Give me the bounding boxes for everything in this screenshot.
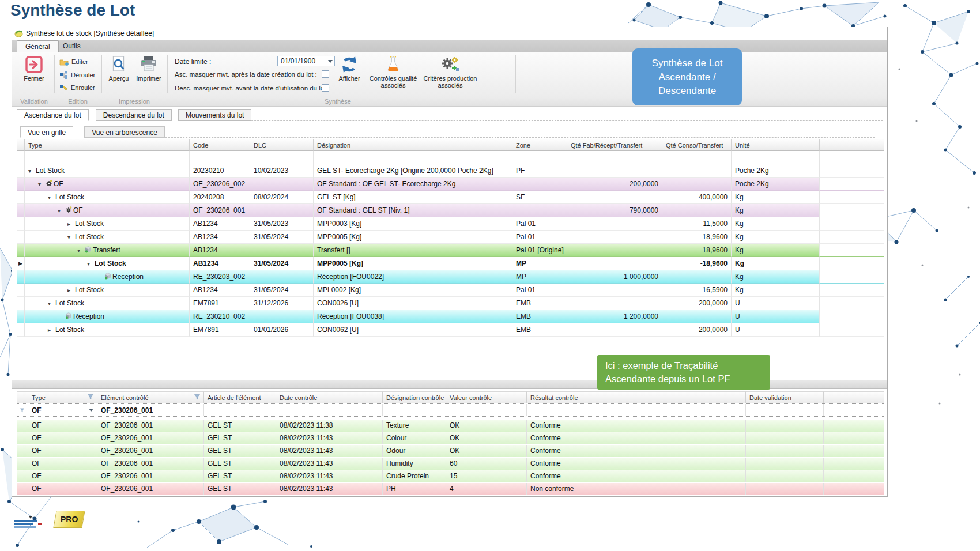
cell-type[interactable]: OF (28, 483, 97, 495)
cell-dlc[interactable]: 01/01/2026 (250, 323, 314, 337)
dropdown-arrow-icon[interactable] (89, 409, 93, 412)
cell-unit[interactable]: Kg (732, 204, 820, 217)
cell-qty-conso[interactable]: 18,9600 (662, 231, 732, 244)
combo-dropdown-arrow[interactable] (326, 56, 334, 66)
cell-valeur[interactable]: OK (446, 432, 527, 444)
cell-type[interactable]: ▸Lot Stock (25, 217, 190, 231)
filter-type-combo[interactable]: OF (28, 404, 97, 416)
apercu-button[interactable]: Aperçu (105, 56, 132, 82)
filter-funnel-icon[interactable] (194, 392, 200, 403)
cell-code[interactable]: 20240208 (190, 191, 250, 204)
cell-element[interactable]: OF_230206_001 (97, 432, 204, 444)
imprimer-button[interactable]: Imprimer (133, 56, 164, 82)
cell-unit[interactable]: Poche 2Kg (732, 164, 820, 178)
column-header-d-signation[interactable]: Désignation (314, 139, 512, 151)
cell-dlc[interactable] (250, 244, 314, 257)
cell-qty-fab[interactable] (567, 151, 662, 164)
cell-type[interactable]: Reception (25, 310, 190, 323)
cell-zone[interactable]: MP (512, 257, 567, 270)
ribbon-tab-général[interactable]: Général (17, 40, 59, 53)
cell-valeur[interactable]: OK (446, 420, 527, 432)
lot-row[interactable]: ReceptionRE_230203_002Réception [FOU0022… (17, 270, 884, 284)
cell-article[interactable]: GEL ST (204, 458, 276, 470)
column-header-unit-[interactable]: Unité (732, 139, 820, 151)
cell-unit[interactable]: Kg (732, 284, 820, 297)
expander-open-icon[interactable]: ▾ (87, 258, 95, 270)
cell-valeur[interactable]: 4 (446, 483, 527, 495)
cell-dlc[interactable]: 31/05/2023 (250, 217, 314, 231)
tab-vue-en-arborescence[interactable]: Vue en arborescence (84, 126, 165, 138)
filter-empty-cell[interactable] (446, 404, 527, 416)
afficher-button[interactable]: Afficher (334, 56, 365, 82)
cell-code[interactable] (190, 151, 250, 164)
cell-qty-conso[interactable] (662, 270, 732, 284)
expander-closed-icon[interactable]: ▸ (67, 284, 75, 297)
expander-open-icon[interactable]: ▾ (28, 165, 36, 178)
cell-qty-conso[interactable]: 16,5900 (662, 284, 732, 297)
cell-designation-controle[interactable]: Texture (383, 420, 446, 432)
cell-unit[interactable] (732, 151, 820, 164)
filter-funnel-icon[interactable] (88, 392, 93, 403)
filter-element-value[interactable]: OF_230206_001 (97, 404, 204, 416)
control-row[interactable]: OFOF_230206_001GEL ST08/02/2023 11:43PH4… (17, 483, 884, 495)
cell-unit[interactable]: Kg (732, 270, 820, 284)
cell-designation-controle[interactable]: Humidity (383, 458, 446, 470)
cell-date-controle[interactable]: 08/02/2023 11:38 (276, 420, 383, 432)
cell-element[interactable]: OF_230206_001 (97, 483, 204, 495)
cell-element[interactable]: OF_230206_001 (97, 420, 204, 432)
lot-row[interactable]: ▾TransfertAB1234Transfert []Pal 01 [Orig… (17, 244, 884, 257)
cell-valeur[interactable]: 60 (446, 458, 527, 470)
cell-zone[interactable]: EMB (512, 323, 567, 337)
cell-designation[interactable]: GEL ST- Ecorecharge 2Kg [Origine 200,000… (314, 164, 512, 178)
cell-code[interactable]: 20230210 (190, 164, 250, 178)
cell-qty-fab[interactable]: 790,0000 (567, 204, 662, 217)
cell-type[interactable]: ▾OF (25, 178, 190, 191)
cell-qty-conso[interactable]: -18,9600 (662, 257, 732, 270)
controls-column-header-d-signation-contr-le[interactable]: Désignation contrôle (383, 391, 446, 403)
cell-valeur[interactable]: 15 (446, 470, 527, 482)
cell-type[interactable]: OF (28, 458, 97, 470)
cell-qty-conso[interactable] (662, 164, 732, 178)
cell-qty-fab[interactable]: 200,0000 (567, 178, 662, 191)
lot-row[interactable]: ▾Lot StockEM789131/12/2026CON0026 [U]EMB… (17, 297, 884, 310)
cell-resultat[interactable]: Conforme (527, 432, 746, 444)
cell-designation[interactable]: Réception [FOU0038] (314, 310, 512, 323)
controls-column-header-valeur-contr-le[interactable]: Valeur contrôle (446, 391, 527, 403)
filter-empty-cell[interactable] (746, 404, 824, 416)
cell-resultat[interactable]: Conforme (527, 445, 746, 457)
cell-resultat[interactable]: Conforme (527, 470, 746, 482)
lot-row[interactable]: ▾Lot Stock2023021010/02/2023GEL ST- Ecor… (17, 164, 884, 178)
cell-type[interactable]: ▾Lot Stock (25, 191, 190, 204)
cell-code[interactable]: AB1234 (190, 231, 250, 244)
cell-date-validation[interactable] (746, 432, 824, 444)
lot-row[interactable]: ▾OFOF_230206_001OF Standard : GEL ST [Ni… (17, 204, 884, 217)
cell-type[interactable]: OF (28, 420, 97, 432)
cell-element[interactable]: OF_230206_001 (97, 458, 204, 470)
fermer-button[interactable]: Fermer (18, 56, 50, 82)
cell-zone[interactable] (512, 151, 567, 164)
cell-type[interactable]: ▸Lot Stock (25, 284, 190, 297)
cell-code[interactable]: OF_230206_001 (190, 204, 250, 217)
cell-designation[interactable]: CON0026 [U] (314, 297, 512, 310)
lot-row[interactable]: ▾OFOF_230206_002OF Standard : OF GEL ST-… (17, 178, 884, 191)
tab-ascendance-du-lot[interactable]: Ascendance du lot (17, 109, 89, 121)
cell-zone[interactable]: PF (512, 164, 567, 178)
cell-date-validation[interactable] (746, 470, 824, 482)
filter-edit-icon[interactable] (17, 404, 28, 416)
cell-unit[interactable]: U (732, 310, 820, 323)
controls-column-header-r-sultat-contr-le[interactable]: Résultat contrôle (527, 391, 746, 403)
cell-unit[interactable]: Kg (732, 231, 820, 244)
cell-qty-conso[interactable]: 11,5000 (662, 217, 732, 231)
cell-designation-controle[interactable]: Odour (383, 445, 446, 457)
cell-type[interactable]: ▸Lot Stock (25, 323, 190, 337)
lot-row[interactable]: ▸Lot StockEM789101/01/2026CON0062 [U]EMB… (17, 323, 884, 337)
control-row[interactable]: OFOF_230206_001GEL ST08/02/2023 11:38Tex… (17, 420, 884, 432)
cell-designation[interactable]: CON0062 [U] (314, 323, 512, 337)
cell-dlc[interactable]: 31/05/2024 (250, 257, 314, 270)
cell-zone[interactable]: Pal 01 (512, 231, 567, 244)
cell-dlc[interactable]: 31/05/2024 (250, 231, 314, 244)
filter-empty-cell[interactable] (276, 404, 383, 416)
cell-article[interactable]: GEL ST (204, 445, 276, 457)
cell-designation[interactable]: GEL ST [Kg] (314, 191, 512, 204)
ribbon-tab-outils[interactable]: Outils (55, 40, 89, 52)
